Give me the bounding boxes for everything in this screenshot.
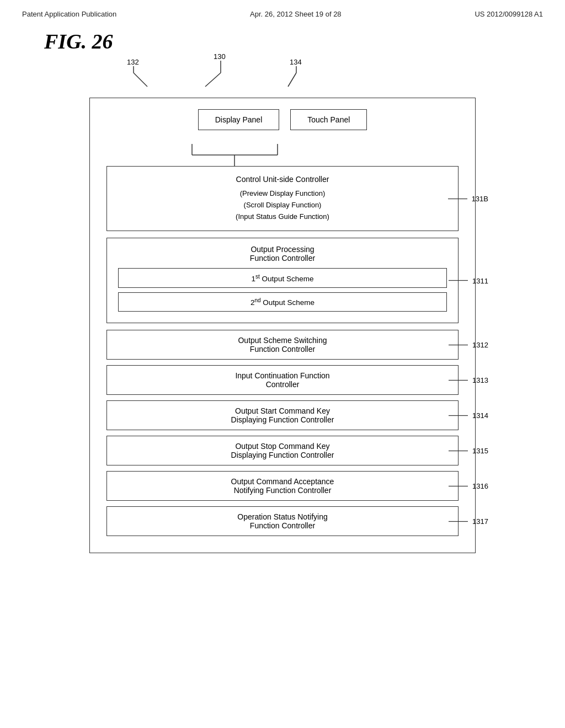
header-right: US 2012/0099128 A1 xyxy=(475,10,543,18)
outer-container: Display Panel Touch Panel Control Unit-s… xyxy=(89,98,476,553)
fc-1315-label: Output Stop Command KeyDisplaying Functi… xyxy=(231,442,334,459)
fc-1314-box: Output Start Command KeyDisplaying Funct… xyxy=(106,400,459,430)
header-middle: Apr. 26, 2012 Sheet 19 of 28 xyxy=(250,10,342,18)
fc-1317-box: Operation Status NotifyingFunction Contr… xyxy=(106,506,459,536)
scheme2-box: 2nd Output Scheme xyxy=(118,292,447,312)
ref-1317: 1317 xyxy=(449,517,488,526)
fc-1315-box: Output Stop Command KeyDisplaying Functi… xyxy=(106,436,459,465)
scheme2-label: 2nd Output Scheme xyxy=(250,298,315,307)
svg-line-8 xyxy=(288,73,296,87)
label-1311: 1311 xyxy=(472,276,488,285)
fc-1313-label: Input Continuation FunctionController xyxy=(235,371,329,389)
header-left: Patent Application Publication xyxy=(22,10,116,18)
fc-1313-box: Input Continuation FunctionController 13… xyxy=(106,365,459,395)
control-unit-title: Control Unit-side Controller xyxy=(118,175,447,184)
scheme1-label: 1st Output Scheme xyxy=(252,275,314,283)
input-status-func: (Input Status Guide Function) xyxy=(118,211,447,223)
output-proc-title: Output ProcessingFunction Controller xyxy=(118,245,447,263)
label-1314: 1314 xyxy=(472,411,488,420)
label-1315: 1315 xyxy=(472,447,488,455)
ref-1312: 1312 xyxy=(449,341,488,349)
touch-panel-box: Touch Panel xyxy=(290,109,367,130)
svg-line-2 xyxy=(134,73,147,87)
touch-panel-label: Touch Panel xyxy=(307,115,350,124)
label-1312: 1312 xyxy=(472,341,488,349)
svg-line-5 xyxy=(205,73,221,87)
preview-func: (Preview Display Function) xyxy=(118,188,447,200)
output-proc-box: Output ProcessingFunction Controller 1st… xyxy=(106,238,459,323)
ref-1315: 1315 xyxy=(449,447,488,455)
label-1313: 1313 xyxy=(472,376,488,384)
fc-1316-label: Output Command AcceptanceNotifying Funct… xyxy=(231,477,334,495)
ref-1311: 1311 xyxy=(449,276,488,285)
figure-title: FIG. 26 xyxy=(0,29,565,53)
svg-text:134: 134 xyxy=(290,58,302,66)
control-unit-sub: (Preview Display Function) (Scroll Displ… xyxy=(118,188,447,222)
scheme1-box: 1st Output Scheme xyxy=(118,268,447,288)
label-131b: 131B xyxy=(472,195,488,203)
ref-1313: 1313 xyxy=(449,376,488,384)
fc-1316-box: Output Command AcceptanceNotifying Funct… xyxy=(106,471,459,501)
connector-lines xyxy=(106,144,459,166)
top-panels-row: Display Panel Touch Panel xyxy=(106,109,459,130)
diagram-area: 132 130 134 Display Panel Touch Panel xyxy=(89,98,476,553)
fc-1312-label: Output Scheme SwitchingFunction Controll… xyxy=(238,336,327,354)
label-1316: 1316 xyxy=(472,482,488,490)
ref-1314: 1314 xyxy=(449,411,488,420)
page-header: Patent Application Publication Apr. 26, … xyxy=(0,0,565,24)
scroll-func: (Scroll Display Function) xyxy=(118,200,447,211)
control-unit-box: Control Unit-side Controller (Preview Di… xyxy=(106,166,459,231)
svg-text:130: 130 xyxy=(214,52,226,61)
fc-1317-label: Operation Status NotifyingFunction Contr… xyxy=(237,512,327,530)
svg-text:132: 132 xyxy=(127,58,139,66)
display-panel-label: Display Panel xyxy=(215,115,263,124)
ref-131b: 131B xyxy=(448,195,488,203)
display-panel-box: Display Panel xyxy=(198,109,280,130)
ref-1316: 1316 xyxy=(449,482,488,490)
fc-1314-label: Output Start Command KeyDisplaying Funct… xyxy=(231,406,334,424)
fc-1312-box: Output Scheme SwitchingFunction Controll… xyxy=(106,330,459,360)
label-1317: 1317 xyxy=(472,517,488,526)
